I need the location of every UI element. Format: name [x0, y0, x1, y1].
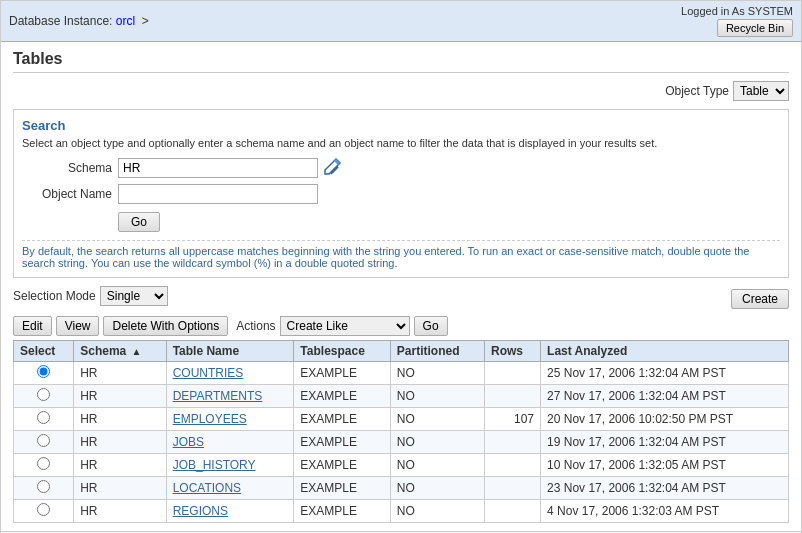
col-partitioned: Partitioned [390, 341, 484, 362]
partitioned-cell: NO [390, 431, 484, 454]
schema-row: Schema [22, 157, 780, 178]
tablespace-cell: EXAMPLE [294, 385, 390, 408]
last-analyzed-cell: 27 Nov 17, 2006 1:32:04 AM PST [541, 385, 789, 408]
table-name-link[interactable]: JOBS [173, 435, 204, 449]
col-tablename: Table Name [166, 341, 294, 362]
table-row: HRCOUNTRIESEXAMPLENO25 Nov 17, 2006 1:32… [14, 362, 789, 385]
table-name-link[interactable]: COUNTRIES [173, 366, 244, 380]
select-cell[interactable] [14, 477, 74, 500]
select-cell[interactable] [14, 385, 74, 408]
object-name-row: Object Name [22, 184, 780, 204]
table-name-link[interactable]: DEPARTMENTS [173, 389, 263, 403]
schema-cell: HR [74, 500, 166, 523]
last-analyzed-cell: 23 Nov 17, 2006 1:32:04 AM PST [541, 477, 789, 500]
select-cell[interactable] [14, 408, 74, 431]
table-name-link[interactable]: JOB_HISTORY [173, 458, 256, 472]
tablespace-cell: EXAMPLE [294, 431, 390, 454]
page-title: Tables [13, 50, 789, 73]
actions-go-button[interactable]: Go [414, 316, 448, 336]
tablename-cell[interactable]: DEPARTMENTS [166, 385, 294, 408]
tablename-cell[interactable]: COUNTRIES [166, 362, 294, 385]
last-analyzed-cell: 25 Nov 17, 2006 1:32:04 AM PST [541, 362, 789, 385]
tablename-cell[interactable]: JOB_HISTORY [166, 454, 294, 477]
col-tablespace: Tablespace [294, 341, 390, 362]
partitioned-cell: NO [390, 500, 484, 523]
edit-icon[interactable] [324, 157, 342, 178]
object-name-label: Object Name [22, 187, 112, 201]
row-radio[interactable] [37, 365, 50, 378]
tablename-cell[interactable]: JOBS [166, 431, 294, 454]
object-name-input[interactable] [118, 184, 318, 204]
tablename-cell[interactable]: LOCATIONS [166, 477, 294, 500]
schema-cell: HR [74, 408, 166, 431]
row-radio[interactable] [37, 434, 50, 447]
content-area: Tables Object Type Table View Index Sear… [1, 42, 801, 531]
delete-button[interactable]: Delete With Options [103, 316, 228, 336]
schema-cell: HR [74, 362, 166, 385]
rows-cell [485, 477, 541, 500]
table-row: HRREGIONSEXAMPLENO4 Nov 17, 2006 1:32:03… [14, 500, 789, 523]
tablespace-cell: EXAMPLE [294, 477, 390, 500]
top-bar-right: Logged in As SYSTEM Recycle Bin [681, 5, 793, 37]
rows-cell [485, 431, 541, 454]
select-cell[interactable] [14, 500, 74, 523]
search-description: Select an object type and optionally ent… [22, 137, 780, 149]
last-analyzed-cell: 19 Nov 17, 2006 1:32:04 AM PST [541, 431, 789, 454]
partitioned-cell: NO [390, 477, 484, 500]
logged-in-label: Logged in As SYSTEM [681, 5, 793, 17]
col-schema[interactable]: Schema ▲ [74, 341, 166, 362]
svg-rect-0 [330, 166, 338, 174]
create-button[interactable]: Create [731, 289, 789, 309]
partitioned-cell: NO [390, 385, 484, 408]
row-radio[interactable] [37, 503, 50, 516]
select-cell[interactable] [14, 362, 74, 385]
last-analyzed-cell: 10 Nov 17, 2006 1:32:05 AM PST [541, 454, 789, 477]
table-row: HRLOCATIONSEXAMPLENO23 Nov 17, 2006 1:32… [14, 477, 789, 500]
table-row: HRDEPARTMENTSEXAMPLENO27 Nov 17, 2006 1:… [14, 385, 789, 408]
last-analyzed-cell: 4 Nov 17, 2006 1:32:03 AM PST [541, 500, 789, 523]
db-instance-link[interactable]: orcl [116, 14, 135, 28]
tablespace-cell: EXAMPLE [294, 500, 390, 523]
schema-cell: HR [74, 385, 166, 408]
search-go-button[interactable]: Go [118, 212, 160, 232]
tablename-cell[interactable]: EMPLOYEES [166, 408, 294, 431]
rows-cell [485, 500, 541, 523]
row-radio[interactable] [37, 411, 50, 424]
col-select: Select [14, 341, 74, 362]
selection-mode-label: Selection Mode [13, 289, 96, 303]
schema-label: Schema [22, 161, 112, 175]
rows-cell: 107 [485, 408, 541, 431]
selection-mode-row: Selection Mode Single Multiple [13, 286, 168, 306]
actions-select[interactable]: Create Like Generate DDL Statistics [280, 316, 410, 336]
last-analyzed-cell: 20 Nov 17, 2006 10:02:50 PM PST [541, 408, 789, 431]
tablename-cell[interactable]: REGIONS [166, 500, 294, 523]
table-name-link[interactable]: REGIONS [173, 504, 228, 518]
tablespace-cell: EXAMPLE [294, 408, 390, 431]
selection-mode-select[interactable]: Single Multiple [100, 286, 168, 306]
search-title: Search [22, 118, 780, 133]
select-cell[interactable] [14, 431, 74, 454]
tables-table: Select Schema ▲ Table Name Tablespace Pa… [13, 340, 789, 523]
schema-input[interactable] [118, 158, 318, 178]
row-radio[interactable] [37, 388, 50, 401]
schema-sort-icon: ▲ [132, 346, 142, 357]
object-type-select[interactable]: Table View Index [733, 81, 789, 101]
search-hint: By default, the search returns all upper… [22, 240, 780, 269]
row-radio[interactable] [37, 480, 50, 493]
row-radio[interactable] [37, 457, 50, 470]
partitioned-cell: NO [390, 408, 484, 431]
breadcrumb: Database Instance: orcl > [9, 14, 149, 28]
rows-cell [485, 385, 541, 408]
object-type-label: Object Type [665, 84, 729, 98]
view-button[interactable]: View [56, 316, 100, 336]
table-row: HREMPLOYEESEXAMPLENO10720 Nov 17, 2006 1… [14, 408, 789, 431]
edit-button[interactable]: Edit [13, 316, 52, 336]
table-name-link[interactable]: LOCATIONS [173, 481, 241, 495]
tablespace-cell: EXAMPLE [294, 454, 390, 477]
table-row: HRJOBSEXAMPLENO19 Nov 17, 2006 1:32:04 A… [14, 431, 789, 454]
top-bar: Database Instance: orcl > Logged in As S… [1, 1, 801, 42]
recycle-bin-button-top[interactable]: Recycle Bin [717, 19, 793, 37]
object-type-row: Object Type Table View Index [13, 81, 789, 101]
select-cell[interactable] [14, 454, 74, 477]
table-name-link[interactable]: EMPLOYEES [173, 412, 247, 426]
